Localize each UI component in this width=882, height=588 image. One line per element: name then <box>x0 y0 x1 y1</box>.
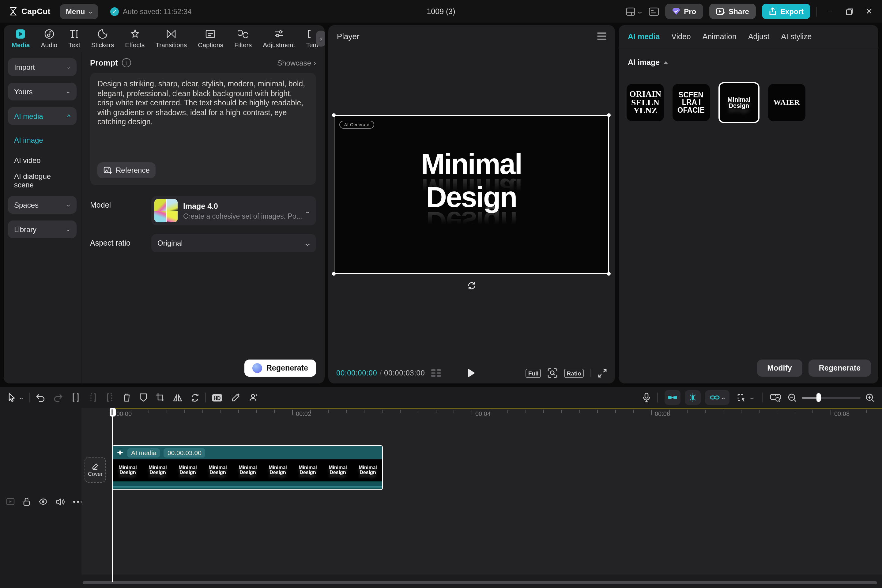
menu-label: Menu <box>66 7 85 16</box>
generated-image-4[interactable]: WAIER <box>768 84 806 121</box>
zoom-in-button[interactable] <box>866 393 874 402</box>
select-tool-button[interactable]: ⌄ <box>8 393 24 402</box>
sidebar-item-ai-dialogue-scene[interactable]: AI dialogue scene <box>8 172 76 189</box>
menu-button[interactable]: Menu ⌄ <box>60 4 98 19</box>
timeline-zoom-slider[interactable] <box>802 397 861 398</box>
crop-button[interactable] <box>155 393 165 402</box>
timeline-scale-button[interactable] <box>770 393 781 402</box>
preview-zoom-button[interactable] <box>548 368 558 378</box>
redo-button[interactable] <box>53 393 63 402</box>
track-area[interactable]: AI media 00:00:03:00 MinimalDesign Minim… <box>81 419 882 574</box>
player-menu-button[interactable] <box>597 33 606 40</box>
link-toggle[interactable]: ⌄ <box>705 390 730 405</box>
aspect-ratio-select[interactable]: Original ⌄ <box>151 234 316 252</box>
tab-filters[interactable]: Filters <box>229 29 257 48</box>
playhead-handle[interactable] <box>110 408 116 417</box>
timeline-toolbar: ⌄ <box>0 387 882 408</box>
tab-transitions[interactable]: Transitions <box>150 29 192 48</box>
select-mode-button[interactable]: ⌄ <box>737 393 754 402</box>
mute-track-button[interactable] <box>56 498 65 506</box>
hide-track-button[interactable] <box>39 498 48 506</box>
selection-handle[interactable] <box>607 272 610 276</box>
undo-button[interactable] <box>35 393 45 402</box>
enhance-button[interactable] <box>231 393 240 402</box>
close-button[interactable]: ✕ <box>862 7 876 16</box>
delete-right-button[interactable] <box>105 393 114 402</box>
timeline-clip-selected[interactable]: AI media 00:00:03:00 MinimalDesign Minim… <box>112 445 383 490</box>
tab-text[interactable]: Text <box>63 29 86 48</box>
delete-left-button[interactable] <box>88 393 97 402</box>
full-preview-button[interactable]: Full <box>526 368 541 378</box>
delete-button[interactable] <box>122 393 131 402</box>
preview-canvas[interactable]: AI Generate Minimal Minimal Design Desig… <box>334 115 609 274</box>
playhead[interactable] <box>112 408 113 582</box>
timeline-ruler[interactable]: 00:00 00:02 00:04 00:06 00:08 <box>81 408 882 419</box>
sidebar-item-ai-media[interactable]: AI media˄ <box>8 107 76 125</box>
layout-switch-button[interactable]: ⌄ <box>626 7 642 16</box>
mirror-button[interactable] <box>172 393 182 402</box>
selection-handle[interactable] <box>332 113 336 117</box>
regenerate-button[interactable]: Regenerate <box>244 360 316 376</box>
main-track-magnet-toggle[interactable] <box>685 390 701 405</box>
restore-button[interactable] <box>843 8 856 15</box>
sidebar-item-import[interactable]: Import⌄ <box>8 58 76 76</box>
reference-button[interactable]: Reference <box>98 162 156 178</box>
tab-captions[interactable]: Captions <box>192 29 229 48</box>
tab-stickers[interactable]: Stickers <box>86 29 120 48</box>
preview-quality-icon[interactable] <box>431 370 441 376</box>
auto-snap-toggle[interactable] <box>665 390 681 405</box>
voiceover-button[interactable] <box>643 393 651 402</box>
svg-text:HD: HD <box>213 395 220 400</box>
tab-audio[interactable]: Audio <box>36 29 63 48</box>
export-button[interactable]: Export <box>762 4 810 19</box>
sidebar-item-spaces[interactable]: Spaces⌄ <box>8 196 76 214</box>
generated-image-2[interactable]: SCFEN LRA I OFACIE <box>672 84 710 121</box>
current-time: 00:00:00:00 <box>336 369 377 377</box>
selection-handle[interactable] <box>332 272 336 276</box>
tab-video[interactable]: Video <box>671 32 691 41</box>
ratio-button[interactable]: Ratio <box>564 368 584 378</box>
sidebar-item-library[interactable]: Library⌄ <box>8 220 76 238</box>
cover-button[interactable]: Cover <box>84 457 106 483</box>
sidebar-item-ai-image[interactable]: AI image <box>8 132 76 148</box>
rotate-handle[interactable] <box>467 281 476 290</box>
toolbar-scroll-right-button[interactable]: › <box>316 31 325 46</box>
tab-ai-stylize[interactable]: AI stylize <box>781 32 812 41</box>
pro-button[interactable]: Pro <box>665 4 703 19</box>
replace-button[interactable] <box>190 393 200 402</box>
prompt-input[interactable]: Design a striking, sharp, clear, stylish… <box>90 73 316 185</box>
play-button[interactable] <box>468 369 475 377</box>
tab-ai-media[interactable]: AI media <box>628 32 660 41</box>
track-preview-icon[interactable] <box>6 498 15 506</box>
fullscreen-button[interactable] <box>598 368 607 378</box>
tab-animation[interactable]: Animation <box>702 32 736 41</box>
tab-adjust[interactable]: Adjust <box>748 32 770 41</box>
mask-button[interactable] <box>139 393 147 402</box>
generated-image-1[interactable]: ORIAIN SELLN YLNZ <box>627 84 664 121</box>
sidebar-item-yours[interactable]: Yours⌄ <box>8 82 76 100</box>
selection-handle[interactable] <box>607 113 610 117</box>
tab-adjustment[interactable]: Adjustment <box>257 29 300 48</box>
hd-quality-button[interactable]: HD <box>211 393 223 402</box>
properties-tabs: AI media Video Animation Adjust AI styli… <box>619 25 878 48</box>
split-button[interactable] <box>71 393 80 402</box>
regenerate-button-right[interactable]: Regenerate <box>808 360 871 376</box>
minimize-button[interactable]: – <box>823 7 837 16</box>
panel-layout-button[interactable] <box>648 7 659 16</box>
ai-avatar-button[interactable] <box>248 393 258 402</box>
lock-track-button[interactable] <box>22 497 31 506</box>
generated-image-3-selected[interactable]: Minimal Design <box>718 82 759 123</box>
showcase-link[interactable]: Showcase› <box>277 58 316 67</box>
sidebar-item-ai-video[interactable]: AI video <box>8 152 76 168</box>
info-icon[interactable]: i <box>122 58 131 68</box>
ai-image-section-header[interactable]: AI image <box>628 58 878 67</box>
zoom-out-button[interactable] <box>788 393 797 402</box>
timeline-scrollbar[interactable] <box>82 581 877 584</box>
tab-effects[interactable]: Effects <box>119 29 150 48</box>
share-label: Share <box>729 7 749 16</box>
clip-header: AI media 00:00:03:00 <box>113 446 382 459</box>
modify-button[interactable]: Modify <box>757 360 802 376</box>
model-select[interactable]: Image 4.0 Create a cohesive set of image… <box>151 196 316 225</box>
share-button[interactable]: Share <box>709 4 756 19</box>
tab-media[interactable]: Media <box>6 29 36 48</box>
